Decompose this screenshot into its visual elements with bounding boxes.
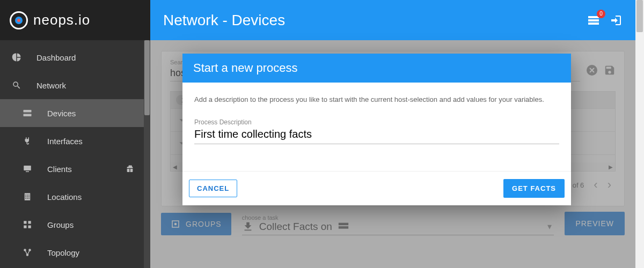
logo-icon xyxy=(10,11,28,29)
svg-rect-7 xyxy=(28,226,31,228)
page-scrollbar[interactable] xyxy=(635,0,644,268)
svg-rect-2 xyxy=(24,166,31,170)
sidebar-item-label: Dashboard xyxy=(36,53,76,62)
notification-badge: 0 xyxy=(597,10,605,18)
sidebar-item-label: Clients xyxy=(47,165,72,174)
sidebar-item-devices[interactable]: Devices xyxy=(0,99,150,127)
logo-text: neops.io xyxy=(33,12,90,28)
sidebar-item-groups[interactable]: Groups xyxy=(0,211,150,239)
sidebar-item-dashboard[interactable]: Dashboard xyxy=(0,43,150,71)
sidebar-item-locations[interactable]: Locations xyxy=(0,183,150,211)
logo-bar: neops.io xyxy=(0,0,150,40)
sidebar-item-label: Groups xyxy=(47,220,74,229)
svg-rect-3 xyxy=(26,172,29,173)
sidebar-nav: Dashboard Network Devices Interfaces Cli… xyxy=(0,40,150,266)
search-icon xyxy=(11,80,23,90)
building-icon xyxy=(21,192,33,202)
sidebar-item-label: Topology xyxy=(47,248,79,257)
sidebar-item-label: Locations xyxy=(47,192,82,202)
svg-rect-0 xyxy=(24,110,32,113)
svg-rect-1 xyxy=(24,114,32,117)
plug-icon xyxy=(21,136,33,146)
sidebar-scroll: Dashboard Network Devices Interfaces Cli… xyxy=(0,40,150,268)
cancel-button[interactable]: CANCEL xyxy=(189,180,237,197)
svg-rect-13 xyxy=(588,23,599,25)
svg-rect-12 xyxy=(588,19,599,21)
modal-title: Start a new process xyxy=(182,54,571,83)
get-facts-button[interactable]: GET FACTS xyxy=(503,179,565,198)
server-icon xyxy=(21,108,33,118)
sidebar-item-label: Devices xyxy=(47,109,76,118)
page-title: Network - Devices xyxy=(163,12,587,29)
sidebar-item-network[interactable]: Network xyxy=(0,71,150,99)
topology-icon xyxy=(21,248,33,257)
logout-button[interactable] xyxy=(610,14,623,27)
sidebar-scrollbar[interactable] xyxy=(144,40,150,268)
sidebar-item-interfaces[interactable]: Interfaces xyxy=(0,127,150,155)
svg-rect-5 xyxy=(28,221,31,224)
svg-rect-6 xyxy=(24,226,26,228)
tasks-button[interactable]: 0 xyxy=(587,14,600,27)
sidebar-item-topology[interactable]: Topology xyxy=(0,239,150,266)
sidebar: neops.io Dashboard Network Devices I xyxy=(0,0,150,268)
pie-chart-icon xyxy=(11,53,23,62)
logout-icon xyxy=(610,14,623,27)
process-description-label: Process Description xyxy=(194,118,559,126)
header-actions: 0 xyxy=(587,14,623,27)
gift-icon xyxy=(126,165,134,173)
monitor-icon xyxy=(21,164,33,174)
process-description-input[interactable] xyxy=(194,126,559,144)
sidebar-item-clients[interactable]: Clients xyxy=(0,155,150,183)
sidebar-item-label: Interfaces xyxy=(47,137,83,146)
start-process-modal: Start a new process Add a description to… xyxy=(182,54,571,205)
header: Network - Devices 0 xyxy=(150,0,635,40)
modal-description: Add a description to the process you lik… xyxy=(194,95,559,103)
svg-rect-4 xyxy=(24,221,26,224)
sidebar-item-label: Network xyxy=(36,81,66,90)
groups-icon xyxy=(21,220,33,229)
